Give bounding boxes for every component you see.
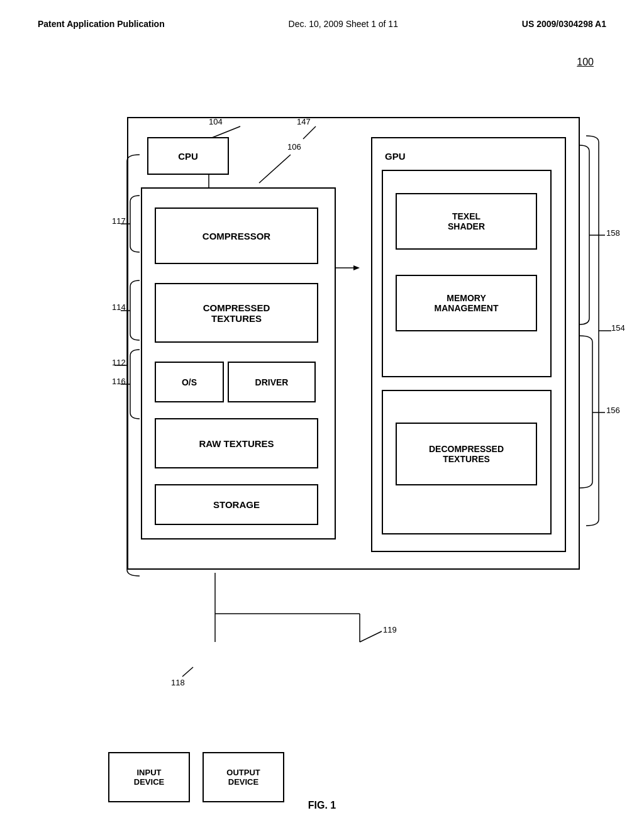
- gpu-label: GPU: [385, 151, 406, 162]
- ref-156: 156: [606, 406, 620, 415]
- ref-117: 117: [112, 216, 126, 226]
- output-device-box: OUTPUT DEVICE: [203, 752, 284, 802]
- driver-box: DRIVER: [228, 362, 316, 402]
- ref-119: 119: [383, 625, 397, 634]
- storage-box: STORAGE: [155, 484, 318, 525]
- decomp-outer-box: DECOMPRESSED TEXTURES: [382, 390, 552, 534]
- os-label: O/S: [182, 377, 197, 387]
- ref-114: 114: [112, 302, 126, 312]
- compressed-textures-label: COMPRESSED TEXTURES: [203, 302, 270, 324]
- ref-116: 116: [112, 377, 126, 386]
- compressed-textures-box: COMPRESSED TEXTURES: [155, 283, 318, 343]
- header: Patent Application Publication Dec. 10, …: [0, 0, 644, 42]
- outer-main-box: CPU COMPRESSOR COMPRESSED TEXTURES O/S: [127, 117, 580, 570]
- svg-line-26: [360, 631, 382, 642]
- svg-line-25: [182, 667, 193, 677]
- ref-118: 118: [171, 678, 185, 687]
- bottom-devices: INPUT DEVICE OUTPUT DEVICE: [108, 752, 284, 802]
- input-device-box: INPUT DEVICE: [108, 752, 190, 802]
- decomp-inner-box: DECOMPRESSED TEXTURES: [396, 423, 537, 485]
- ref-112: 112: [112, 358, 126, 367]
- ref-154: 154: [611, 323, 625, 333]
- input-device-label: INPUT DEVICE: [134, 768, 164, 787]
- memory-mgmt-box: MEMORY MANAGEMENT: [396, 275, 537, 331]
- cpu-label: CPU: [178, 151, 198, 162]
- texel-shader-label: TEXEL SHADER: [448, 211, 485, 231]
- page: Patent Application Publication Dec. 10, …: [0, 0, 644, 830]
- figure-caption: FIG. 1: [0, 800, 644, 811]
- diagram-area: 104 147 106 117 114 116 112 115 120 108 …: [89, 79, 630, 695]
- right-inner-box: GPU TEXEL SHADER MEMORY MANAGEMENT DECOM…: [371, 137, 566, 552]
- header-center: Dec. 10, 2009 Sheet 1 of 11: [289, 19, 398, 29]
- raw-textures-box: RAW TEXTURES: [155, 418, 318, 468]
- header-left: Patent Application Publication: [38, 19, 165, 29]
- compressor-box: COMPRESSOR: [155, 208, 318, 264]
- ref-100: 100: [577, 57, 594, 68]
- output-device-label: OUTPUT DEVICE: [226, 768, 260, 787]
- raw-textures-label: RAW TEXTURES: [199, 438, 274, 449]
- left-inner-box: COMPRESSOR COMPRESSED TEXTURES O/S DRIVE…: [141, 187, 336, 540]
- memory-mgmt-label: MEMORY MANAGEMENT: [435, 293, 499, 313]
- compressor-label: COMPRESSOR: [203, 231, 270, 241]
- os-driver-row: O/S DRIVER: [155, 362, 318, 402]
- driver-label: DRIVER: [255, 377, 289, 387]
- ref-158: 158: [606, 228, 620, 238]
- header-right: US 2009/0304298 A1: [522, 19, 606, 29]
- gpu-inner-box: TEXEL SHADER MEMORY MANAGEMENT: [382, 170, 552, 377]
- cpu-box: CPU: [147, 137, 229, 175]
- texel-shader-box: TEXEL SHADER: [396, 193, 537, 250]
- storage-label: STORAGE: [213, 499, 260, 510]
- decomp-textures-label: DECOMPRESSED TEXTURES: [429, 444, 504, 464]
- os-box: O/S: [155, 362, 224, 402]
